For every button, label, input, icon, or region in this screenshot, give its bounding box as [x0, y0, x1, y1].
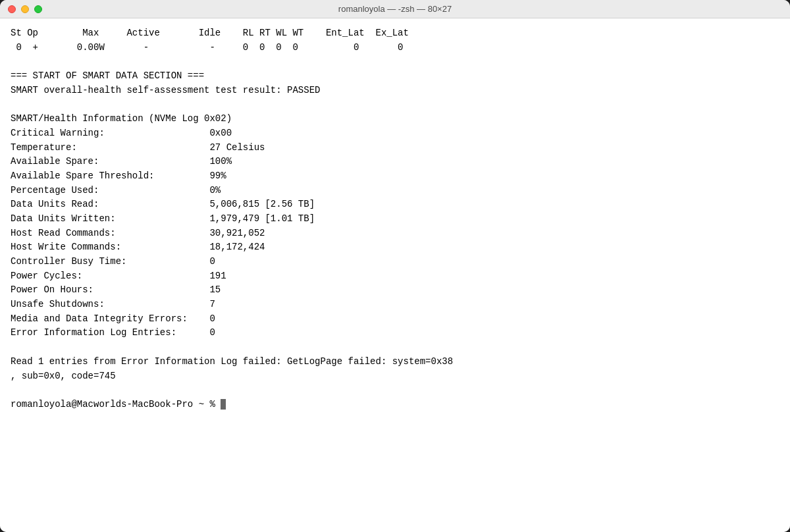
- close-button[interactable]: [8, 5, 16, 13]
- traffic-lights: [8, 5, 42, 13]
- terminal-body[interactable]: St Op Max Active Idle RL RT WL WT Ent_La…: [0, 18, 790, 532]
- minimize-button[interactable]: [21, 5, 29, 13]
- title-bar: romanloyola — -zsh — 80×27: [0, 0, 790, 18]
- terminal-content: St Op Max Active Idle RL RT WL WT Ent_La…: [11, 26, 779, 412]
- maximize-button[interactable]: [34, 5, 42, 13]
- window-title: romanloyola — -zsh — 80×27: [338, 4, 452, 14]
- terminal-window: romanloyola — -zsh — 80×27 St Op Max Act…: [0, 0, 790, 532]
- terminal-cursor: [221, 399, 226, 410]
